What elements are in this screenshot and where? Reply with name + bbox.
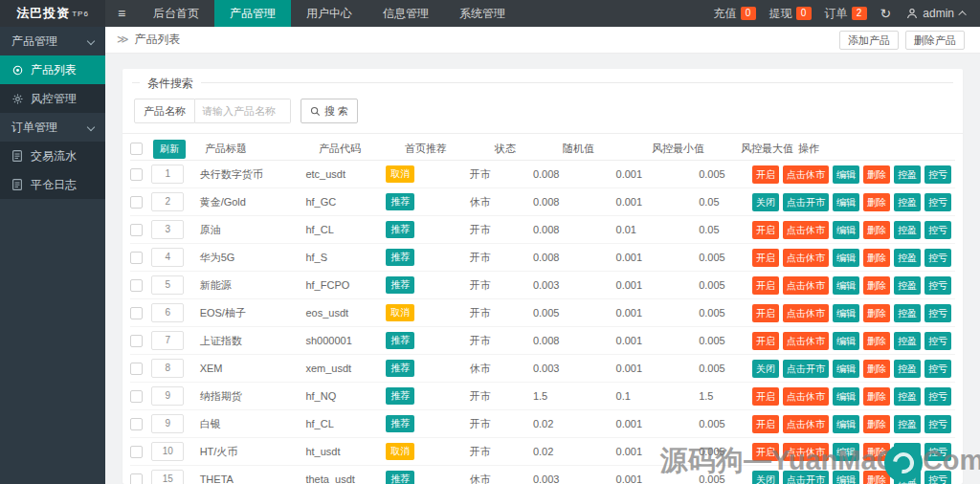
row-checkbox[interactable] xyxy=(130,363,143,375)
product-name-input[interactable] xyxy=(195,99,291,123)
control-lose-button[interactable]: 控亏 xyxy=(924,304,951,322)
market-toggle-button[interactable]: 点击休市 xyxy=(783,304,829,322)
row-checkbox[interactable] xyxy=(130,390,143,403)
sidebar-item-1-1[interactable]: 平仓日志 xyxy=(0,170,105,199)
control-lose-button[interactable]: 控亏 xyxy=(924,221,951,239)
sidebar-item-0-1[interactable]: 风控管理 xyxy=(0,84,105,113)
market-toggle-button[interactable]: 点击休市 xyxy=(783,387,829,406)
row-checkbox[interactable] xyxy=(130,418,143,430)
select-all-checkbox[interactable] xyxy=(130,143,143,155)
sort-input[interactable]: 6 xyxy=(151,303,184,322)
sort-input[interactable]: 9 xyxy=(151,414,184,433)
toggle-button[interactable]: 开启 xyxy=(752,165,779,184)
market-toggle-button[interactable]: 点击开市 xyxy=(783,471,829,484)
sort-input[interactable]: 3 xyxy=(151,220,184,239)
toggle-button[interactable]: 开启 xyxy=(752,249,779,267)
control-lose-button[interactable]: 控亏 xyxy=(924,443,951,461)
delete-button[interactable]: 删除 xyxy=(863,387,890,406)
control-win-button[interactable]: 控盈 xyxy=(894,360,921,378)
control-win-button[interactable]: 控盈 xyxy=(894,249,921,267)
delete-button[interactable]: 删除 xyxy=(863,360,890,378)
row-checkbox[interactable] xyxy=(130,473,143,484)
market-toggle-button[interactable]: 点击开市 xyxy=(783,360,829,378)
recommend-toggle-button[interactable]: 推荐 xyxy=(386,193,414,210)
refresh-icon[interactable]: ↻ xyxy=(880,6,892,21)
recommend-toggle-button[interactable]: 推荐 xyxy=(386,471,414,484)
sort-input[interactable]: 2 xyxy=(151,192,184,211)
edit-button[interactable]: 编辑 xyxy=(833,193,859,211)
edit-button[interactable]: 编辑 xyxy=(833,387,859,406)
delete-button[interactable]: 删除 xyxy=(863,165,890,184)
control-win-button[interactable]: 控盈 xyxy=(894,221,921,239)
toggle-button[interactable]: 开启 xyxy=(752,332,779,350)
user-menu[interactable]: admin xyxy=(906,7,967,20)
market-toggle-button[interactable]: 点击休市 xyxy=(783,443,829,461)
control-win-button[interactable]: 控盈 xyxy=(894,193,921,211)
row-checkbox[interactable] xyxy=(130,446,143,458)
market-toggle-button[interactable]: 点击休市 xyxy=(783,415,829,433)
control-lose-button[interactable]: 控亏 xyxy=(924,415,951,433)
toggle-button[interactable]: 开启 xyxy=(752,276,779,295)
top-stat-1[interactable]: 提现0 xyxy=(769,6,812,22)
recommend-toggle-button[interactable]: 推荐 xyxy=(386,387,414,405)
row-checkbox[interactable] xyxy=(130,279,143,292)
sort-input[interactable]: 7 xyxy=(151,331,184,350)
sidebar-item-1-0[interactable]: 交易流水 xyxy=(0,142,105,170)
top-stat-2[interactable]: 订单2 xyxy=(825,6,867,22)
edit-button[interactable]: 编辑 xyxy=(833,304,859,322)
control-lose-button[interactable]: 控亏 xyxy=(924,193,951,211)
toggle-button[interactable]: 开启 xyxy=(752,304,779,322)
recommend-toggle-button[interactable]: 推荐 xyxy=(386,360,414,377)
market-toggle-button[interactable]: 点击休市 xyxy=(783,165,829,184)
market-toggle-button[interactable]: 点击休市 xyxy=(783,332,829,350)
market-toggle-button[interactable]: 点击休市 xyxy=(783,276,829,295)
market-toggle-button[interactable]: 点击休市 xyxy=(783,221,829,239)
recommend-toggle-button[interactable]: 取消 xyxy=(386,165,414,183)
delete-button[interactable]: 删除 xyxy=(863,332,890,350)
toggle-button[interactable]: 开启 xyxy=(752,221,779,239)
control-win-button[interactable]: 控盈 xyxy=(894,304,921,322)
delete-button[interactable]: 删除 xyxy=(863,221,890,239)
control-lose-button[interactable]: 控亏 xyxy=(924,360,951,378)
recommend-toggle-button[interactable]: 推荐 xyxy=(386,276,414,294)
top-nav-item-1[interactable]: 产品管理 xyxy=(214,0,291,27)
refresh-button[interactable]: 刷新 xyxy=(153,140,186,159)
search-button[interactable]: 搜 索 xyxy=(301,99,358,123)
control-lose-button[interactable]: 控亏 xyxy=(924,471,951,484)
recommend-toggle-button[interactable]: 取消 xyxy=(386,443,414,460)
top-nav-item-4[interactable]: 系统管理 xyxy=(444,0,521,27)
toggle-button[interactable]: 关闭 xyxy=(752,471,779,484)
control-win-button[interactable]: 控盈 xyxy=(894,332,921,350)
sort-input[interactable]: 10 xyxy=(151,442,184,461)
floating-action-button[interactable] xyxy=(884,444,923,482)
recommend-toggle-button[interactable]: 推荐 xyxy=(386,221,414,238)
row-checkbox[interactable] xyxy=(130,307,143,319)
top-stat-0[interactable]: 充值0 xyxy=(714,6,756,22)
toggle-button[interactable]: 开启 xyxy=(752,443,779,461)
row-checkbox[interactable] xyxy=(130,196,143,209)
edit-button[interactable]: 编辑 xyxy=(833,332,859,350)
edit-button[interactable]: 编辑 xyxy=(833,221,859,239)
sort-input[interactable]: 9 xyxy=(151,386,184,406)
sort-input[interactable]: 8 xyxy=(151,359,184,378)
delete-button[interactable]: 删除 xyxy=(863,193,890,211)
control-lose-button[interactable]: 控亏 xyxy=(924,165,951,184)
recommend-toggle-button[interactable]: 推荐 xyxy=(386,332,414,349)
market-toggle-button[interactable]: 点击休市 xyxy=(783,249,829,267)
top-nav-item-0[interactable]: 后台首页 xyxy=(138,0,214,27)
control-lose-button[interactable]: 控亏 xyxy=(924,332,951,350)
hamburger-icon[interactable]: ≡ xyxy=(105,0,138,27)
toggle-button[interactable]: 关闭 xyxy=(752,193,779,211)
toggle-button[interactable]: 开启 xyxy=(752,415,779,433)
delete-button[interactable]: 删除 xyxy=(863,249,890,267)
sidebar-group-0[interactable]: 产品管理 xyxy=(0,27,105,55)
control-lose-button[interactable]: 控亏 xyxy=(924,249,951,267)
control-win-button[interactable]: 控盈 xyxy=(894,415,921,433)
edit-button[interactable]: 编辑 xyxy=(833,360,859,378)
row-checkbox[interactable] xyxy=(130,168,143,181)
edit-button[interactable]: 编辑 xyxy=(833,471,859,484)
add-product-button[interactable]: 添加产品 xyxy=(839,31,899,50)
recommend-toggle-button[interactable]: 取消 xyxy=(386,304,414,321)
control-win-button[interactable]: 控盈 xyxy=(894,276,921,295)
delete-button[interactable]: 删除 xyxy=(863,304,890,322)
